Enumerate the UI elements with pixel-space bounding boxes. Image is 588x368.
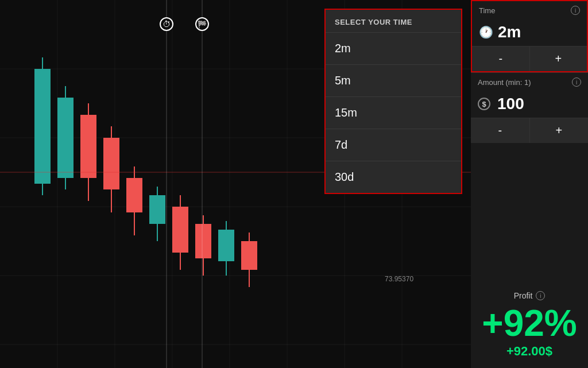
time-plus-button[interactable]: + xyxy=(530,47,587,71)
amount-section-header: Amount (min: 1) i xyxy=(471,73,588,91)
svg-rect-12 xyxy=(34,69,51,184)
svg-rect-15 xyxy=(57,98,74,178)
dollar-icon: $ xyxy=(478,98,490,110)
timer-icon[interactable]: ⏱ xyxy=(160,17,173,31)
amount-label: Amount (min: 1) xyxy=(478,78,531,87)
time-dropdown: SELECT YOUR TIME 2m 5m 15m 7d 30d xyxy=(324,9,462,194)
time-stepper-row: - + xyxy=(472,46,587,71)
dropdown-header: SELECT YOUR TIME xyxy=(326,10,461,33)
amount-section: Amount (min: 1) i $ 100 - + xyxy=(471,72,588,143)
svg-rect-39 xyxy=(241,241,257,270)
time-minus-button[interactable]: - xyxy=(472,47,530,71)
amount-display: $ 100 xyxy=(471,91,588,118)
time-value: 2m xyxy=(498,23,521,41)
dropdown-item-2m[interactable]: 2m xyxy=(326,33,461,65)
profit-label-text: Profit xyxy=(514,291,533,300)
amount-info-icon[interactable]: i xyxy=(572,78,581,87)
time-section: Time i 🕐 2m - + xyxy=(471,0,588,72)
profit-section: Profit i +92% +92.00$ xyxy=(471,282,588,368)
profit-info-icon[interactable]: i xyxy=(536,291,545,300)
svg-rect-24 xyxy=(126,178,142,212)
svg-rect-18 xyxy=(80,115,96,178)
dropdown-item-15m[interactable]: 15m xyxy=(326,97,461,129)
time-info-icon[interactable]: i xyxy=(571,6,580,15)
svg-rect-27 xyxy=(149,195,165,224)
time-label: Time xyxy=(479,6,495,15)
dropdown-item-30d[interactable]: 30d xyxy=(326,161,461,193)
profit-amount: +92.00$ xyxy=(478,344,581,359)
svg-text:73.95370: 73.95370 xyxy=(385,275,413,283)
dropdown-item-7d[interactable]: 7d xyxy=(326,129,461,161)
profit-percent: +92% xyxy=(478,305,581,342)
amount-plus-button[interactable]: + xyxy=(530,118,589,143)
clock-icon: 🕐 xyxy=(479,25,493,39)
svg-rect-33 xyxy=(195,224,211,258)
time-section-header: Time i xyxy=(472,1,587,20)
right-panel: Time i 🕐 2m - + Amount (min: 1) i $ 100 … xyxy=(471,0,588,368)
svg-rect-36 xyxy=(218,230,234,261)
dropdown-item-5m[interactable]: 5m xyxy=(326,65,461,97)
amount-minus-button[interactable]: - xyxy=(471,118,530,143)
amount-stepper-row: - + xyxy=(471,118,588,143)
svg-rect-21 xyxy=(103,138,119,189)
time-display: 🕐 2m xyxy=(472,20,587,46)
flag-icon[interactable]: 🏁 xyxy=(195,17,209,31)
svg-rect-30 xyxy=(172,207,188,253)
profit-label: Profit i xyxy=(478,291,581,300)
amount-value: 100 xyxy=(497,95,524,113)
